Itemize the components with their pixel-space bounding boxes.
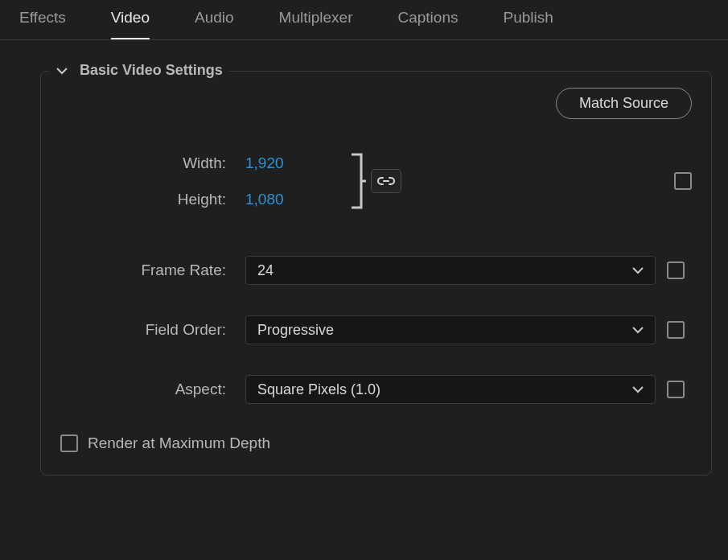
framerate-value: 24 xyxy=(257,262,274,279)
tab-effects[interactable]: Effects xyxy=(19,0,66,40)
tab-video[interactable]: Video xyxy=(111,0,150,40)
framerate-match-checkbox[interactable] xyxy=(667,261,685,279)
aspect-dropdown[interactable]: Square Pixels (1.0) xyxy=(245,375,656,404)
fieldorder-label: Field Order: xyxy=(60,321,245,339)
fieldorder-dropdown[interactable]: Progressive xyxy=(245,315,656,344)
render-max-depth-row: Render at Maximum Depth xyxy=(60,434,692,452)
link-dimensions-button[interactable] xyxy=(371,169,401,193)
width-label: Width: xyxy=(60,154,245,172)
fieldorder-match-checkbox[interactable] xyxy=(667,321,685,339)
chevron-down-icon xyxy=(632,324,644,336)
link-icon xyxy=(377,175,395,187)
tab-captions[interactable]: Captions xyxy=(397,0,458,40)
render-max-depth-label: Render at Maximum Depth xyxy=(88,434,270,452)
chevron-down-icon xyxy=(632,265,644,276)
framerate-row: Frame Rate: 24 xyxy=(60,256,692,285)
width-value[interactable]: 1,920 xyxy=(245,154,284,172)
aspect-value: Square Pixels (1.0) xyxy=(257,381,380,398)
chevron-down-icon xyxy=(56,64,68,77)
fieldorder-value: Progressive xyxy=(257,322,334,339)
fieldorder-row: Field Order: Progressive xyxy=(60,315,692,344)
tabs-bar: Effects Video Audio Multiplexer Captions… xyxy=(0,0,728,40)
tab-audio[interactable]: Audio xyxy=(195,0,234,40)
framerate-label: Frame Rate: xyxy=(60,261,245,279)
aspect-row: Aspect: Square Pixels (1.0) xyxy=(60,375,692,404)
width-height-match-checkbox[interactable] xyxy=(674,172,692,190)
section-title: Basic Video Settings xyxy=(80,62,223,79)
match-source-row: Match Source xyxy=(60,88,692,119)
link-dimensions-group xyxy=(350,145,401,217)
aspect-label: Aspect: xyxy=(60,381,245,398)
content-area: Basic Video Settings Match Source Width:… xyxy=(0,40,728,492)
aspect-match-checkbox[interactable] xyxy=(667,381,685,398)
render-max-depth-checkbox[interactable] xyxy=(60,434,78,452)
section-header[interactable]: Basic Video Settings xyxy=(49,62,229,79)
match-source-button[interactable]: Match Source xyxy=(556,88,692,119)
height-label: Height: xyxy=(60,191,245,208)
tab-multiplexer[interactable]: Multiplexer xyxy=(279,0,353,40)
bracket-icon xyxy=(350,151,366,211)
height-value[interactable]: 1,080 xyxy=(245,191,284,208)
framerate-dropdown[interactable]: 24 xyxy=(245,256,656,285)
tab-publish[interactable]: Publish xyxy=(503,0,553,40)
chevron-down-icon xyxy=(632,384,644,395)
basic-video-settings-panel: Basic Video Settings Match Source Width:… xyxy=(40,71,712,476)
width-height-section: Width: 1,920 Height: 1,080 xyxy=(60,145,692,217)
